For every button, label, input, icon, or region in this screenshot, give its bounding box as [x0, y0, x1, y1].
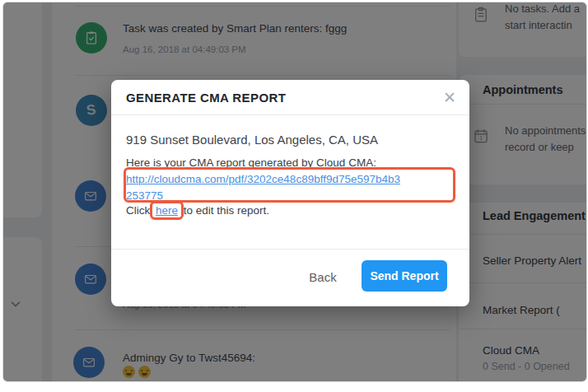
close-icon[interactable]: ✕	[443, 88, 456, 107]
edit-report-here-link[interactable]: here	[156, 204, 178, 217]
report-intro-text: Here is your CMA report generated by Clo…	[126, 156, 376, 169]
here-annotation-box: here	[150, 201, 184, 220]
cma-report-link-line1[interactable]: http://cloudcma.com/pdf/3202ce48c89bff9d…	[126, 173, 400, 185]
send-report-button[interactable]: Send Report	[362, 260, 447, 292]
property-address: 919 Sunset Boulevard, Los Angeles, CA, U…	[126, 133, 378, 147]
cma-report-link-line2[interactable]: 253775	[126, 189, 163, 202]
back-button[interactable]: Back	[297, 262, 348, 292]
modal-title: GENERATE CMA REPORT	[126, 91, 286, 105]
generate-cma-report-modal: GENERATE CMA REPORT ✕ 919 Sunset Bouleva…	[111, 80, 469, 306]
edit-report-line: Click here to edit this report.	[126, 204, 269, 217]
app-window: Task was created by Smart Plan renters: …	[2, 2, 587, 382]
